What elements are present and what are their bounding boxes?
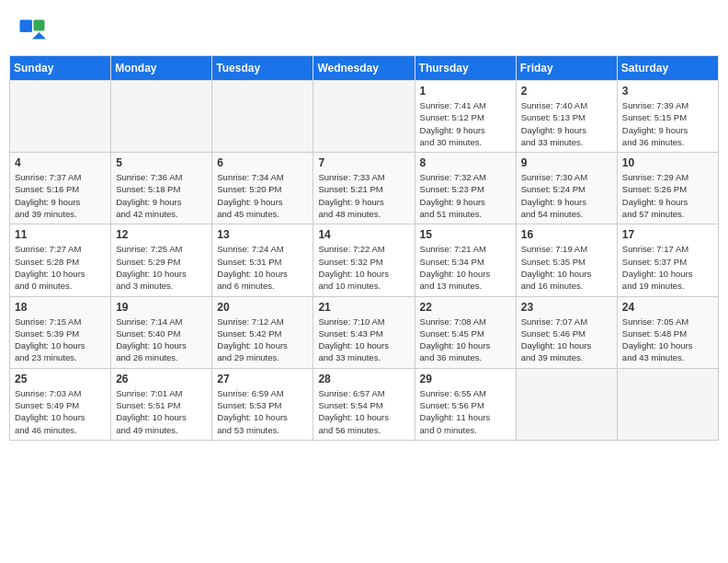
svg-rect-1 [34, 20, 45, 31]
day-number: 11 [15, 228, 106, 241]
day-info: Sunrise: 7:14 AM Sunset: 5:40 PM Dayligh… [116, 316, 207, 364]
logo [18, 18, 51, 46]
weekday-header-wednesday: Wednesday [313, 56, 415, 81]
calendar-cell: 27Sunrise: 6:59 AM Sunset: 5:53 PM Dayli… [212, 368, 313, 440]
day-info: Sunrise: 7:22 AM Sunset: 5:32 PM Dayligh… [318, 243, 409, 292]
calendar-cell: 17Sunrise: 7:17 AM Sunset: 5:37 PM Dayli… [617, 224, 718, 296]
calendar-cell: 21Sunrise: 7:10 AM Sunset: 5:43 PM Dayli… [313, 296, 415, 368]
calendar-cell: 2Sunrise: 7:40 AM Sunset: 5:13 PM Daylig… [516, 81, 617, 153]
calendar-cell: 29Sunrise: 6:55 AM Sunset: 5:56 PM Dayli… [415, 368, 516, 440]
day-number: 8 [420, 156, 511, 169]
day-info: Sunrise: 7:27 AM Sunset: 5:28 PM Dayligh… [15, 243, 106, 292]
calendar-header [9, 9, 719, 51]
calendar-cell: 6Sunrise: 7:34 AM Sunset: 5:20 PM Daylig… [212, 153, 313, 224]
day-info: Sunrise: 7:33 AM Sunset: 5:21 PM Dayligh… [318, 171, 409, 220]
day-number: 26 [116, 373, 207, 385]
day-info: Sunrise: 6:57 AM Sunset: 5:54 PM Dayligh… [318, 387, 409, 436]
day-info: Sunrise: 7:07 AM Sunset: 5:46 PM Dayligh… [521, 316, 612, 364]
calendar-cell: 24Sunrise: 7:05 AM Sunset: 5:48 PM Dayli… [617, 296, 718, 368]
day-number: 22 [420, 301, 511, 314]
calendar-cell [111, 81, 212, 153]
calendar-cell: 4Sunrise: 7:37 AM Sunset: 5:16 PM Daylig… [10, 153, 111, 224]
day-info: Sunrise: 7:08 AM Sunset: 5:45 PM Dayligh… [420, 316, 511, 364]
day-info: Sunrise: 7:01 AM Sunset: 5:51 PM Dayligh… [116, 387, 207, 436]
day-info: Sunrise: 7:34 AM Sunset: 5:20 PM Dayligh… [217, 171, 308, 220]
calendar-cell: 5Sunrise: 7:36 AM Sunset: 5:18 PM Daylig… [111, 153, 212, 224]
calendar-cell [313, 81, 415, 153]
day-number: 2 [521, 85, 612, 98]
day-info: Sunrise: 7:03 AM Sunset: 5:49 PM Dayligh… [15, 387, 106, 436]
day-number: 25 [15, 373, 106, 385]
weekday-header-row: SundayMondayTuesdayWednesdayThursdayFrid… [10, 56, 719, 81]
calendar-table: SundayMondayTuesdayWednesdayThursdayFrid… [9, 55, 719, 441]
calendar-cell [617, 368, 718, 440]
day-info: Sunrise: 7:19 AM Sunset: 5:35 PM Dayligh… [521, 243, 612, 292]
week-row-4: 18Sunrise: 7:15 AM Sunset: 5:39 PM Dayli… [10, 296, 719, 368]
day-info: Sunrise: 6:55 AM Sunset: 5:56 PM Dayligh… [420, 387, 511, 436]
day-number: 21 [318, 301, 409, 314]
day-number: 19 [116, 301, 207, 314]
day-number: 6 [217, 156, 308, 169]
day-info: Sunrise: 7:25 AM Sunset: 5:29 PM Dayligh… [116, 243, 207, 292]
calendar-cell: 10Sunrise: 7:29 AM Sunset: 5:26 PM Dayli… [617, 153, 718, 224]
day-number: 12 [116, 228, 207, 241]
calendar-cell: 1Sunrise: 7:41 AM Sunset: 5:12 PM Daylig… [415, 81, 516, 153]
day-number: 9 [521, 156, 612, 169]
week-row-5: 25Sunrise: 7:03 AM Sunset: 5:49 PM Dayli… [10, 368, 719, 440]
day-number: 4 [15, 156, 106, 169]
day-info: Sunrise: 7:32 AM Sunset: 5:23 PM Dayligh… [420, 171, 511, 220]
weekday-header-friday: Friday [516, 56, 617, 81]
day-info: Sunrise: 7:21 AM Sunset: 5:34 PM Dayligh… [420, 243, 511, 292]
day-number: 16 [521, 228, 612, 241]
day-info: Sunrise: 7:39 AM Sunset: 5:15 PM Dayligh… [622, 99, 713, 148]
calendar-cell: 3Sunrise: 7:39 AM Sunset: 5:15 PM Daylig… [617, 81, 718, 153]
day-info: Sunrise: 7:30 AM Sunset: 5:24 PM Dayligh… [521, 171, 612, 220]
day-info: Sunrise: 7:12 AM Sunset: 5:42 PM Dayligh… [217, 316, 308, 364]
day-number: 14 [318, 228, 409, 241]
logo-icon [18, 18, 46, 46]
day-number: 13 [217, 228, 308, 241]
calendar-cell: 25Sunrise: 7:03 AM Sunset: 5:49 PM Dayli… [10, 368, 111, 440]
calendar-cell: 14Sunrise: 7:22 AM Sunset: 5:32 PM Dayli… [313, 224, 415, 296]
week-row-2: 4Sunrise: 7:37 AM Sunset: 5:16 PM Daylig… [10, 153, 719, 224]
day-number: 18 [15, 301, 106, 314]
day-info: Sunrise: 7:29 AM Sunset: 5:26 PM Dayligh… [622, 171, 713, 220]
calendar-cell: 12Sunrise: 7:25 AM Sunset: 5:29 PM Dayli… [111, 224, 212, 296]
day-info: Sunrise: 6:59 AM Sunset: 5:53 PM Dayligh… [217, 387, 308, 436]
weekday-header-tuesday: Tuesday [212, 56, 313, 81]
weekday-header-monday: Monday [111, 56, 212, 81]
day-info: Sunrise: 7:15 AM Sunset: 5:39 PM Dayligh… [15, 316, 106, 364]
day-number: 17 [622, 228, 713, 241]
calendar-cell: 26Sunrise: 7:01 AM Sunset: 5:51 PM Dayli… [111, 368, 212, 440]
calendar-cell: 15Sunrise: 7:21 AM Sunset: 5:34 PM Dayli… [415, 224, 516, 296]
day-info: Sunrise: 7:41 AM Sunset: 5:12 PM Dayligh… [420, 99, 511, 148]
calendar-cell: 20Sunrise: 7:12 AM Sunset: 5:42 PM Dayli… [212, 296, 313, 368]
day-number: 20 [217, 301, 308, 314]
calendar-cell: 7Sunrise: 7:33 AM Sunset: 5:21 PM Daylig… [313, 153, 415, 224]
day-number: 24 [622, 301, 713, 314]
day-number: 27 [217, 373, 308, 385]
day-number: 7 [318, 156, 409, 169]
day-number: 29 [420, 373, 511, 385]
calendar-cell: 18Sunrise: 7:15 AM Sunset: 5:39 PM Dayli… [10, 296, 111, 368]
day-number: 10 [622, 156, 713, 169]
week-row-1: 1Sunrise: 7:41 AM Sunset: 5:12 PM Daylig… [10, 81, 719, 153]
week-row-3: 11Sunrise: 7:27 AM Sunset: 5:28 PM Dayli… [10, 224, 719, 296]
day-number: 23 [521, 301, 612, 314]
weekday-header-sunday: Sunday [10, 56, 111, 81]
day-info: Sunrise: 7:17 AM Sunset: 5:37 PM Dayligh… [622, 243, 713, 292]
weekday-header-saturday: Saturday [617, 56, 718, 81]
calendar-cell: 13Sunrise: 7:24 AM Sunset: 5:31 PM Dayli… [212, 224, 313, 296]
calendar-cell [516, 368, 617, 440]
calendar-cell: 8Sunrise: 7:32 AM Sunset: 5:23 PM Daylig… [415, 153, 516, 224]
calendar-cell: 9Sunrise: 7:30 AM Sunset: 5:24 PM Daylig… [516, 153, 617, 224]
day-info: Sunrise: 7:40 AM Sunset: 5:13 PM Dayligh… [521, 99, 612, 148]
calendar-cell: 22Sunrise: 7:08 AM Sunset: 5:45 PM Dayli… [415, 296, 516, 368]
day-number: 28 [318, 373, 409, 385]
day-info: Sunrise: 7:05 AM Sunset: 5:48 PM Dayligh… [622, 316, 713, 364]
day-number: 1 [420, 85, 511, 98]
calendar-cell: 28Sunrise: 6:57 AM Sunset: 5:54 PM Dayli… [313, 368, 415, 440]
calendar-cell [212, 81, 313, 153]
weekday-header-thursday: Thursday [415, 56, 516, 81]
calendar-cell: 23Sunrise: 7:07 AM Sunset: 5:46 PM Dayli… [516, 296, 617, 368]
